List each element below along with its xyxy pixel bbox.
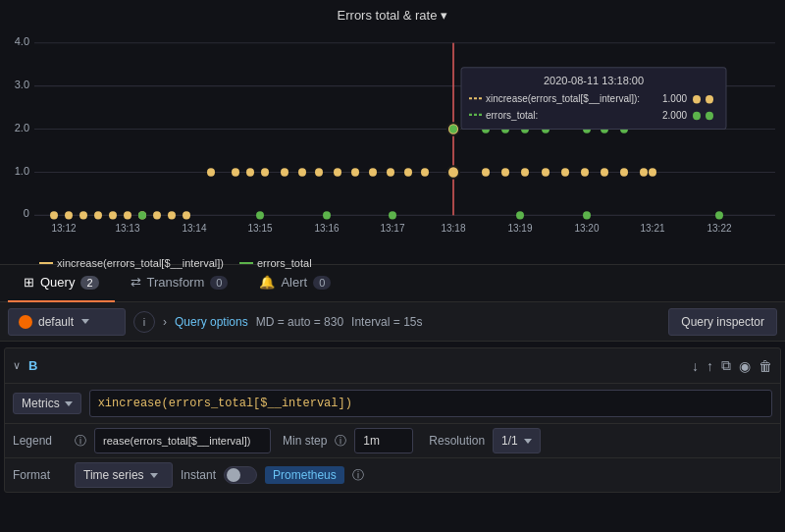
move-up-icon[interactable]: ↑	[706, 358, 713, 374]
instant-label: Instant	[181, 468, 216, 482]
svg-point-59	[256, 211, 264, 219]
query-options-bar: default i › Query options MD = auto = 83…	[0, 302, 785, 342]
svg-point-50	[521, 168, 529, 176]
svg-text:13:15: 13:15	[247, 223, 272, 234]
metrics-button[interactable]: Metrics	[13, 393, 81, 414]
svg-point-58	[138, 211, 146, 219]
minstep-input[interactable]	[354, 428, 413, 453]
svg-point-45	[421, 168, 429, 176]
svg-point-63	[449, 125, 457, 133]
datasource-icon	[19, 315, 32, 329]
format-row: Format Time series Instant Prometheus ⓘ	[5, 458, 780, 492]
query-letter: B	[28, 358, 37, 373]
svg-text:2.000: 2.000	[662, 110, 687, 121]
svg-text:13:16: 13:16	[314, 223, 339, 234]
datasource-select[interactable]: default	[8, 308, 126, 336]
metrics-input[interactable]	[89, 390, 772, 417]
legend-input[interactable]	[94, 428, 271, 453]
minstep-info-icon[interactable]: ⓘ	[335, 433, 346, 450]
svg-point-23	[50, 211, 58, 219]
legend-item-errors: errors_total	[239, 257, 312, 269]
svg-point-38	[298, 168, 306, 176]
prometheus-info-icon[interactable]: ⓘ	[352, 467, 364, 484]
minstep-label: Min step	[283, 434, 327, 448]
svg-text:4.0: 4.0	[15, 35, 29, 47]
collapse-button[interactable]: ∨	[13, 359, 21, 372]
chart-dropdown-icon: ▾	[441, 8, 447, 23]
resolution-label: Resolution	[429, 434, 485, 448]
resolution-select[interactable]: 1/1	[493, 428, 541, 453]
query-count-badge: 2	[80, 276, 98, 290]
svg-point-27	[109, 211, 117, 219]
svg-point-24	[65, 211, 73, 219]
svg-text:2.0: 2.0	[15, 121, 29, 133]
legend-info-icon[interactable]: ⓘ	[75, 433, 86, 450]
svg-text:13:19: 13:19	[507, 223, 532, 234]
svg-point-37	[281, 168, 288, 176]
transform-count-badge: 0	[210, 276, 228, 290]
trash-icon[interactable]: 🗑	[759, 358, 772, 374]
svg-point-60	[323, 211, 331, 219]
svg-text:13:18: 13:18	[441, 223, 465, 234]
query-panel-header: ∨ B ↓ ↑ ⧉ ◉ 🗑	[5, 348, 780, 384]
svg-point-61	[389, 211, 396, 219]
svg-point-39	[315, 168, 323, 176]
svg-point-25	[79, 211, 87, 219]
svg-point-79	[693, 95, 701, 103]
datasource-info-btn[interactable]: i	[133, 311, 155, 333]
legend-label: Legend	[13, 434, 67, 448]
svg-point-30	[153, 211, 161, 219]
svg-text:xincrease(errors_total[$__inte: xincrease(errors_total[$__interval]):	[486, 93, 640, 104]
svg-point-41	[351, 168, 359, 176]
svg-text:13:20: 13:20	[574, 223, 599, 234]
copy-icon[interactable]: ⧉	[721, 357, 731, 374]
svg-point-36	[261, 168, 269, 176]
svg-point-49	[501, 168, 509, 176]
svg-point-26	[94, 211, 102, 219]
chart-container: Errors total & rate ▾ 4.0 3.0 2.0 1.0 0 …	[0, 0, 785, 265]
svg-text:errors_total:: errors_total:	[486, 110, 538, 121]
legend-line-yellow	[39, 262, 53, 264]
format-select[interactable]: Time series	[75, 462, 173, 488]
instant-toggle[interactable]	[224, 466, 257, 484]
svg-point-47	[449, 168, 457, 176]
query-inspector-button[interactable]: Query inspector	[668, 308, 777, 336]
svg-point-64	[516, 211, 524, 219]
svg-point-57	[649, 168, 656, 176]
svg-point-56	[640, 168, 648, 176]
svg-point-42	[369, 168, 377, 176]
svg-point-34	[232, 168, 239, 176]
format-label: Format	[13, 468, 67, 482]
svg-point-80	[706, 95, 713, 103]
legend-row: Legend ⓘ Min step ⓘ Resolution 1/1	[5, 424, 780, 458]
svg-text:2020-08-11 13:18:00: 2020-08-11 13:18:00	[544, 74, 644, 85]
svg-point-43	[387, 168, 394, 176]
legend-item-xincrease: xincrease(errors_total[$__interval])	[39, 257, 224, 269]
svg-point-55	[620, 168, 628, 176]
svg-text:13:13: 13:13	[115, 223, 139, 234]
move-down-icon[interactable]: ↓	[692, 358, 699, 374]
svg-text:13:12: 13:12	[51, 223, 76, 234]
chart-title[interactable]: Errors total & rate ▾	[0, 0, 785, 27]
svg-point-48	[482, 168, 490, 176]
svg-point-33	[207, 168, 215, 176]
eye-icon[interactable]: ◉	[739, 358, 751, 374]
transform-icon: ⇄	[131, 275, 141, 290]
svg-text:0: 0	[24, 207, 29, 219]
svg-text:13:22: 13:22	[706, 223, 731, 234]
svg-text:13:14: 13:14	[182, 223, 206, 234]
svg-point-32	[183, 211, 190, 219]
svg-point-85	[706, 112, 713, 120]
metrics-chevron	[65, 401, 73, 406]
svg-point-44	[404, 168, 412, 176]
svg-text:1.000: 1.000	[662, 93, 687, 104]
svg-point-28	[124, 211, 131, 219]
query-panel-b: ∨ B ↓ ↑ ⧉ ◉ 🗑 Metrics Legend ⓘ Min step …	[4, 347, 781, 493]
datasource-chevron	[81, 319, 89, 324]
svg-text:1.0: 1.0	[15, 164, 29, 176]
query-options-link[interactable]: Query options	[175, 315, 248, 329]
svg-point-54	[601, 168, 608, 176]
format-chevron	[150, 473, 158, 478]
svg-point-73	[715, 211, 723, 219]
legend-line-green	[239, 262, 253, 264]
